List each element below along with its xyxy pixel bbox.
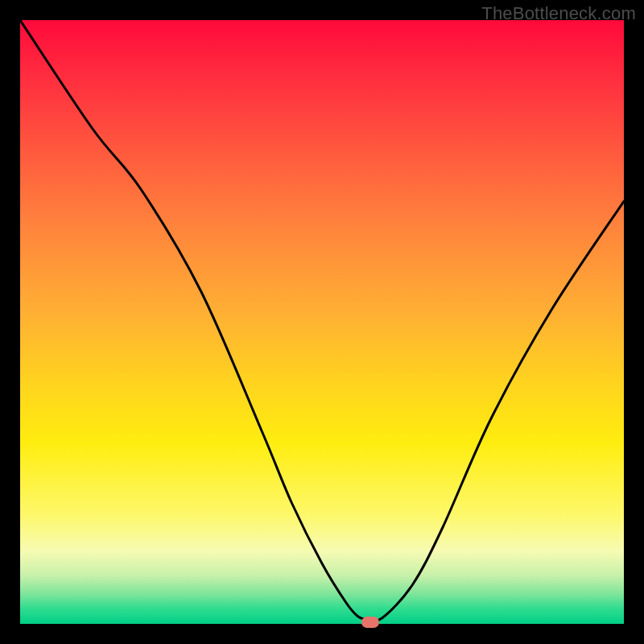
curve-svg bbox=[20, 20, 624, 624]
plot-area bbox=[20, 20, 624, 624]
bottleneck-curve bbox=[20, 20, 624, 621]
watermark-label: TheBottleneck.com bbox=[481, 3, 636, 24]
optimum-marker bbox=[361, 617, 379, 628]
chart-frame: TheBottleneck.com bbox=[0, 0, 644, 644]
